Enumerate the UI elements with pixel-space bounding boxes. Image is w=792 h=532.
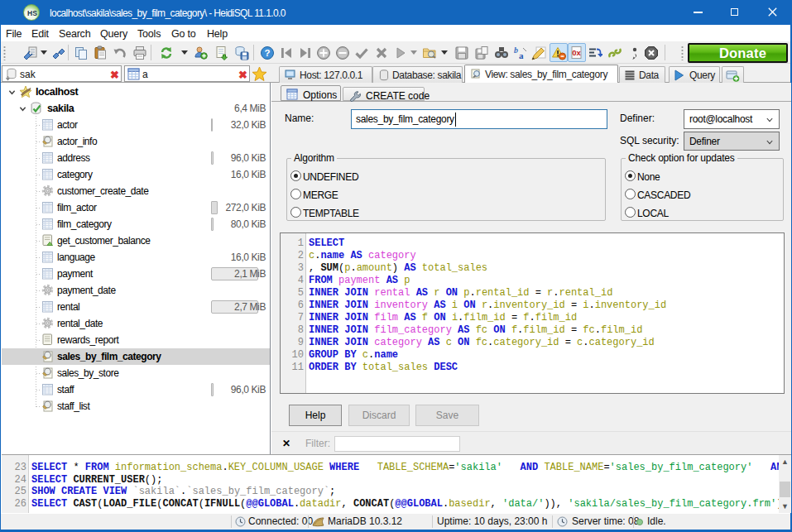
svg-text:0x: 0x: [572, 48, 581, 57]
svg-text:b: b: [514, 46, 518, 55]
svg-text:a: a: [519, 50, 524, 60]
svg-text:?: ?: [264, 48, 270, 58]
